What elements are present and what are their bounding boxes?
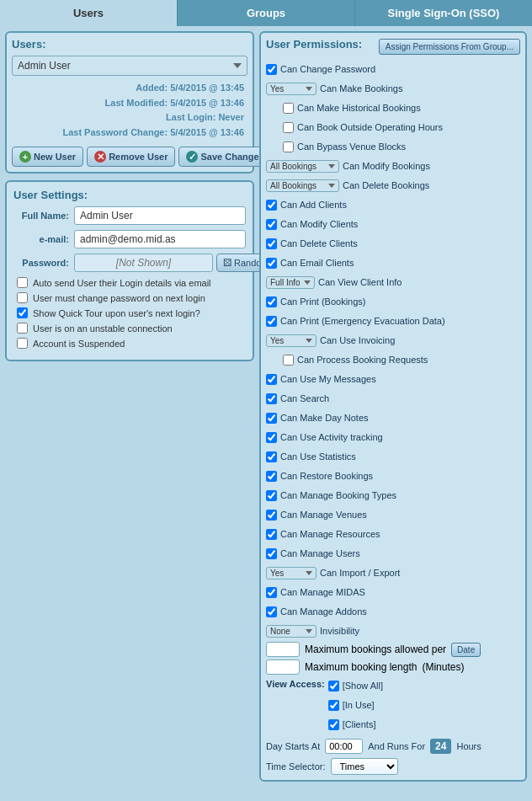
email-row: e-mail:: [13, 230, 246, 248]
perm-modify-bookings-select[interactable]: All BookingsOwn Bookings: [266, 160, 339, 173]
perm-invisibility-select[interactable]: NoneFull: [266, 625, 317, 638]
day-starts-label: Day Starts At: [266, 741, 320, 751]
must-change-pwd-checkbox[interactable]: [17, 292, 28, 303]
perm-restore-bookings: Can Restore Bookings: [266, 467, 520, 484]
user-select[interactable]: Admin User: [12, 56, 247, 76]
perm-print-bookings-checkbox[interactable]: [266, 296, 277, 307]
perm-outside-hours-checkbox[interactable]: [283, 122, 294, 133]
perm-import-export-select[interactable]: YesNo: [266, 567, 317, 579]
password-controls: ⚄ Random: [74, 254, 276, 272]
perm-email-clients-checkbox[interactable]: [266, 258, 277, 269]
perm-delete-bookings-select[interactable]: All BookingsOwn Bookings: [266, 179, 339, 192]
perm-my-messages-checkbox[interactable]: [266, 374, 277, 385]
save-icon: ✓: [186, 151, 198, 163]
runs-for-label: And Runs For: [368, 741, 425, 751]
perm-restore-bookings-label: Can Restore Bookings: [280, 471, 373, 481]
perm-manage-resources-checkbox[interactable]: [266, 529, 277, 540]
view-access-in-use: [In Use]: [328, 697, 383, 713]
perm-change-password-checkbox[interactable]: [266, 64, 277, 75]
perm-statistics-checkbox[interactable]: [266, 451, 277, 462]
perm-restore-bookings-checkbox[interactable]: [266, 471, 277, 482]
perm-modify-clients-label: Can Modify Clients: [280, 219, 358, 229]
perm-make-bookings-select[interactable]: YesNo: [266, 83, 317, 95]
perm-print-bookings: Can Print (Bookings): [266, 293, 520, 310]
view-access-show-all-label: [Show All]: [343, 681, 383, 691]
save-changes-button[interactable]: ✓ Save Changes: [178, 147, 271, 167]
auto-send-checkbox[interactable]: [17, 277, 28, 288]
tab-users[interactable]: Users: [0, 0, 178, 26]
email-input[interactable]: [74, 230, 246, 248]
modified-value: 5/4/2015 @ 13:46: [170, 98, 244, 108]
suspended-checkbox[interactable]: [17, 338, 28, 349]
view-access-in-use-checkbox[interactable]: [328, 700, 339, 711]
assign-permissions-button[interactable]: Assign Permissions From Group...: [379, 39, 520, 55]
perm-delete-bookings-label: Can Delete Bookings: [343, 180, 429, 190]
perm-process-requests-checkbox[interactable]: [283, 355, 294, 366]
perm-manage-venues-checkbox[interactable]: [266, 510, 277, 521]
perm-bypass-venue-checkbox[interactable]: [283, 142, 294, 152]
day-starts-input[interactable]: [325, 739, 363, 754]
email-label: e-mail:: [13, 234, 74, 244]
password-input[interactable]: [74, 254, 213, 272]
perm-view-client-select[interactable]: Full InfoBasic: [266, 276, 315, 289]
hours-value: 24: [430, 739, 451, 754]
perm-modify-clients-checkbox[interactable]: [266, 219, 277, 230]
perm-add-clients: Can Add Clients: [266, 196, 520, 213]
perm-use-invoicing-select[interactable]: YesNo: [266, 334, 317, 347]
checkbox-row-4: User is on an unstable connection: [13, 323, 246, 334]
full-name-input[interactable]: [74, 206, 246, 225]
perm-manage-venues: Can Manage Venues: [266, 506, 520, 523]
perm-add-clients-checkbox[interactable]: [266, 200, 277, 211]
perm-activity-tracking-label: Can Use Activity tracking: [280, 432, 383, 442]
perm-search: Can Search: [266, 390, 520, 407]
perm-process-requests-label: Can Process Booking Requests: [297, 355, 428, 365]
perm-statistics-label: Can Use Statistics: [280, 451, 356, 462]
left-panel: Users: Admin User Added: 5/4/2015 @ 13:4…: [5, 31, 254, 796]
tab-sso[interactable]: Single Sign-On (SSO): [355, 0, 532, 26]
user-meta: Added: 5/4/2015 @ 13:45 Last Modified: 5…: [12, 81, 247, 140]
tab-groups[interactable]: Groups: [178, 0, 355, 26]
added-value: 5/4/2015 @ 13:45: [170, 83, 244, 93]
last-login-value: Never: [218, 112, 244, 122]
perm-bypass-venue-label: Can Bypass Venue Blocks: [297, 142, 406, 152]
view-access-label: View Access:: [266, 679, 325, 689]
perm-manage-midas: Can Manage MIDAS: [266, 584, 520, 601]
view-access-clients-checkbox[interactable]: [328, 719, 339, 730]
time-selector-select[interactable]: Times: [331, 758, 398, 775]
perm-historical-checkbox[interactable]: [283, 103, 294, 114]
perm-modify-bookings: All BookingsOwn Bookings Can Modify Book…: [266, 158, 520, 174]
perm-activity-tracking-checkbox[interactable]: [266, 432, 277, 443]
new-user-label: New User: [34, 152, 76, 162]
quick-tour-checkbox[interactable]: [17, 307, 28, 318]
users-section: Users: Admin User Added: 5/4/2015 @ 13:4…: [5, 31, 254, 174]
tab-bar: Users Groups Single Sign-On (SSO): [0, 0, 532, 26]
perm-manage-midas-checkbox[interactable]: [266, 587, 277, 598]
perm-delete-bookings: All BookingsOwn Bookings Can Delete Book…: [266, 177, 520, 194]
perm-manage-booking-types-checkbox[interactable]: [266, 490, 277, 501]
perm-print-emergency-checkbox[interactable]: [266, 316, 277, 327]
perm-manage-users: Can Manage Users: [266, 545, 520, 562]
perm-manage-resources-label: Can Manage Resources: [280, 529, 380, 539]
perm-manage-booking-types: Can Manage Booking Types: [266, 487, 520, 504]
perm-email-clients: Can Email Clients: [266, 254, 520, 271]
perm-manage-users-label: Can Manage Users: [280, 548, 360, 558]
user-settings-section: User Settings: Full Name: e-mail: Passwo…: [5, 180, 254, 361]
date-button[interactable]: Date: [451, 643, 481, 657]
max-length-input[interactable]: [266, 659, 300, 675]
perm-day-notes-checkbox[interactable]: [266, 413, 277, 424]
max-bookings-input[interactable]: [266, 642, 300, 657]
view-access-show-all-checkbox[interactable]: [328, 681, 339, 692]
perm-search-checkbox[interactable]: [266, 393, 277, 404]
perm-manage-users-checkbox[interactable]: [266, 548, 277, 559]
perm-outside-hours: Can Book Outside Operating Hours: [283, 119, 520, 136]
unstable-conn-checkbox[interactable]: [17, 323, 28, 334]
permissions-header: User Permissions: Assign Permissions Fro…: [266, 38, 520, 56]
new-user-button[interactable]: + New User: [12, 147, 83, 167]
checkbox-row-2: User must change password on next login: [13, 292, 246, 303]
perm-delete-clients-label: Can Delete Clients: [280, 238, 358, 248]
perm-manage-addons-checkbox[interactable]: [266, 606, 277, 617]
perm-process-requests: Can Process Booking Requests: [283, 351, 520, 368]
perm-delete-clients-checkbox[interactable]: [266, 238, 277, 249]
pwd-change-value: 5/4/2015 @ 13:46: [170, 127, 244, 137]
remove-user-button[interactable]: ✕ Remove User: [87, 147, 175, 167]
